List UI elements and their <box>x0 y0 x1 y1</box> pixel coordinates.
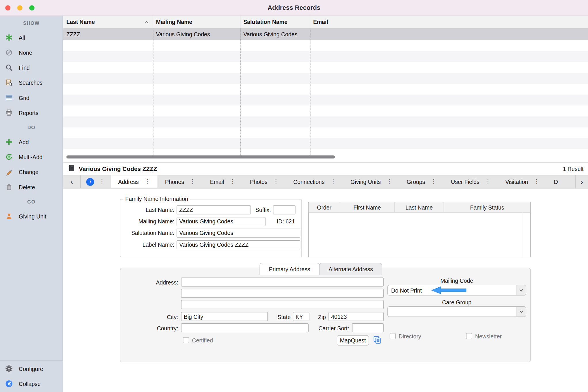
certified-checkbox[interactable] <box>183 337 189 343</box>
sidebar-item-find[interactable]: Find <box>0 60 62 75</box>
tab-visitation[interactable]: Visitation⋮ <box>498 175 547 188</box>
kebab-menu-icon[interactable]: ⋮ <box>273 179 279 185</box>
address-line2-field[interactable] <box>181 289 384 298</box>
tab-groups[interactable]: Groups⋮ <box>399 175 444 188</box>
kebab-menu-icon[interactable]: ⋮ <box>386 179 392 185</box>
sidebar-item-add[interactable]: Add <box>0 134 62 149</box>
sidebar-item-multi-add[interactable]: Multi-Add <box>0 149 62 164</box>
kebab-menu-icon[interactable]: ⋮ <box>190 179 196 185</box>
address-line1-field[interactable] <box>181 278 384 287</box>
minimize-button[interactable] <box>17 5 22 10</box>
sidebar-item-none[interactable]: None <box>0 45 62 60</box>
tab-label: User Fields <box>451 178 479 185</box>
sidebar-item-reports[interactable]: Reports <box>0 105 62 120</box>
column-divider <box>153 29 153 155</box>
tab-label: D <box>554 178 558 185</box>
zip-field[interactable] <box>329 312 384 321</box>
column-header-first-name[interactable]: First Name <box>340 202 394 212</box>
tab-connections[interactable]: Connections⋮ <box>286 175 343 188</box>
tab-label: Email <box>210 178 224 185</box>
sidebar-item-all[interactable]: All <box>0 30 62 45</box>
table-row-selected[interactable]: ZZZZ Various Giving Codes Various Giving… <box>63 29 588 40</box>
tab-user-fields[interactable]: User Fields⋮ <box>444 175 498 188</box>
chevron-right-icon: › <box>581 177 583 186</box>
zoom-button[interactable] <box>29 5 35 10</box>
sidebar-section-show: SHOW <box>0 16 62 30</box>
label-name-field[interactable] <box>177 240 300 249</box>
column-header-family-status[interactable]: Family Status <box>444 202 530 212</box>
tab-phones[interactable]: Phones⋮ <box>158 175 203 188</box>
sidebar-item-giving-unit[interactable]: Giving Unit <box>0 209 62 224</box>
state-field[interactable] <box>293 312 309 321</box>
copy-icon[interactable] <box>373 335 382 346</box>
members-table-header: Order First Name Last Name Family Status <box>309 202 530 212</box>
tab-info[interactable]: i ⋮ <box>81 175 111 188</box>
tab-clipped[interactable]: D <box>547 175 565 188</box>
form-row: Label Name: <box>120 239 301 250</box>
kebab-menu-icon[interactable]: ⋮ <box>99 179 105 185</box>
directory-checkbox[interactable] <box>390 333 396 339</box>
scrollbar-gutter <box>522 212 522 257</box>
kebab-menu-icon[interactable]: ⋮ <box>144 179 150 185</box>
tab-email[interactable]: Email⋮ <box>203 175 243 188</box>
column-header-last-name[interactable]: Last Name <box>63 16 153 28</box>
annotation-arrow <box>431 286 467 296</box>
person-icon <box>5 212 13 220</box>
column-divider <box>240 29 241 155</box>
last-name-field[interactable] <box>177 205 251 214</box>
kebab-menu-icon[interactable]: ⋮ <box>485 179 491 185</box>
sidebar-item-grid[interactable]: Grid <box>0 90 62 105</box>
tab-giving-units[interactable]: Giving Units⋮ <box>343 175 399 188</box>
sidebar-item-searches[interactable]: Searches <box>0 75 62 90</box>
mapquest-button[interactable]: MapQuest <box>337 335 369 345</box>
window-title: Address Records <box>268 4 320 12</box>
primary-address-group: Address: City: State Zip Country: Carrie… <box>120 268 531 362</box>
form-row: Mailing Name: ID: 621 <box>120 216 301 227</box>
sidebar-item-collapse[interactable]: Collapse <box>0 376 62 391</box>
tab-alternate-address[interactable]: Alternate Address <box>319 263 382 275</box>
country-field[interactable] <box>181 323 309 332</box>
sort-ascending-icon <box>144 20 149 23</box>
sidebar-item-change[interactable]: Change <box>0 165 62 180</box>
mailing-name-field[interactable] <box>177 217 265 226</box>
grid-icon <box>5 93 13 102</box>
address-line3-field[interactable] <box>181 300 384 309</box>
gear-icon <box>5 365 13 373</box>
salutation-name-field[interactable] <box>177 229 300 238</box>
kebab-menu-icon[interactable]: ⋮ <box>534 179 540 185</box>
close-button[interactable] <box>5 5 10 10</box>
tabs-scroll-right-button[interactable]: › <box>575 175 588 189</box>
sidebar-item-label: Change <box>19 169 38 175</box>
carrier-sort-label: Carrier Sort: <box>297 325 349 331</box>
sidebar-item-label: Grid <box>19 95 29 101</box>
column-header-label: Last Name <box>67 19 95 25</box>
tab-primary-address[interactable]: Primary Address <box>259 263 319 275</box>
sidebar-item-configure[interactable]: Configure <box>0 361 62 376</box>
info-icon[interactable]: i <box>86 178 94 186</box>
column-header-order[interactable]: Order <box>309 202 340 212</box>
column-header-salutation-name[interactable]: Salutation Name <box>240 16 310 28</box>
address-label: Address: <box>122 279 178 286</box>
sidebar-item-label: Configure <box>19 365 43 372</box>
newsletter-checkbox[interactable] <box>466 333 472 339</box>
sidebar-section-do: DO <box>0 120 62 135</box>
care-group-dropdown[interactable] <box>387 306 526 317</box>
tabs-scroll-left-button[interactable]: ‹ <box>63 175 81 188</box>
carrier-sort-field[interactable] <box>352 323 384 332</box>
kebab-menu-icon[interactable]: ⋮ <box>431 179 437 185</box>
kebab-menu-icon[interactable]: ⋮ <box>230 179 236 185</box>
form-row: Salutation Name: <box>120 227 301 239</box>
tab-label: Phones <box>165 178 184 185</box>
city-field[interactable] <box>181 312 268 321</box>
tab-address[interactable]: Address⋮ <box>111 175 158 188</box>
column-header-mailing-name[interactable]: Mailing Name <box>153 16 240 28</box>
sidebar-item-label: Reports <box>19 110 38 116</box>
column-header-last-name[interactable]: Last Name <box>394 202 444 212</box>
sidebar-item-label: Find <box>19 64 30 71</box>
horizontal-scrollbar-thumb[interactable] <box>67 155 335 158</box>
kebab-menu-icon[interactable]: ⋮ <box>330 179 336 185</box>
suffix-field[interactable] <box>273 205 296 214</box>
sidebar-item-delete[interactable]: Delete <box>0 180 62 195</box>
tab-photos[interactable]: Photos⋮ <box>243 175 286 188</box>
column-header-email[interactable]: Email <box>310 16 588 28</box>
